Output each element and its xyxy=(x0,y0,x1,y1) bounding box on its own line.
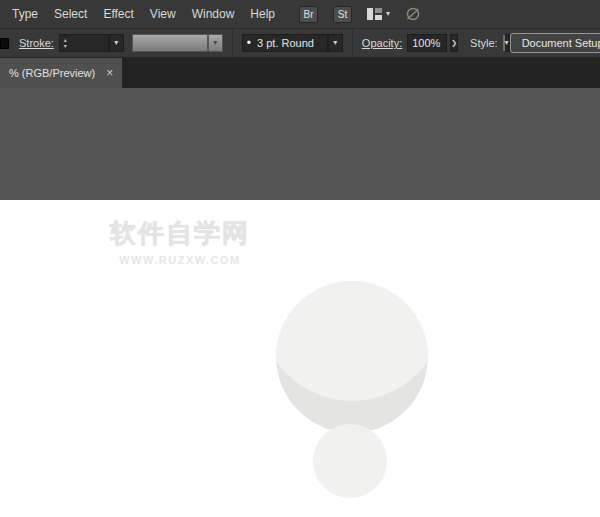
artwork-layer xyxy=(0,200,600,517)
large-circle-highlight xyxy=(260,217,444,401)
divider xyxy=(352,29,353,57)
opacity-expand-button[interactable] xyxy=(450,34,458,52)
width-profile-dropdown[interactable] xyxy=(208,34,223,52)
width-profile-combo[interactable] xyxy=(132,34,223,52)
small-circle-shape[interactable] xyxy=(313,424,387,498)
workspace-switcher-button[interactable] xyxy=(367,8,390,20)
chevron-down-icon xyxy=(114,39,118,47)
brush-name: 3 pt. Round xyxy=(257,37,314,49)
chevron-down-icon xyxy=(213,39,217,47)
menu-effect[interactable]: Effect xyxy=(95,5,141,23)
menu-select[interactable]: Select xyxy=(46,5,95,23)
illustrator-window: Type Select Effect View Window Help Br S… xyxy=(0,0,600,517)
menu-view[interactable]: View xyxy=(142,5,184,23)
document-setup-button[interactable]: Document Setup xyxy=(510,33,600,53)
menu-bar: Type Select Effect View Window Help Br S… xyxy=(0,0,600,28)
large-circle-shape[interactable] xyxy=(260,217,444,433)
stroke-label[interactable]: Stroke: xyxy=(19,37,54,49)
menu-help[interactable]: Help xyxy=(242,5,283,23)
menu-window[interactable]: Window xyxy=(184,5,243,23)
opacity-label[interactable]: Opacity: xyxy=(362,37,402,49)
document-tab-bar: % (RGB/Preview) × xyxy=(0,58,600,88)
menu-type[interactable]: Type xyxy=(4,5,46,23)
stock-button[interactable]: St xyxy=(333,6,352,23)
brush-dot-icon xyxy=(247,37,251,49)
brush-dropdown[interactable] xyxy=(328,34,343,52)
document-tab-label: % (RGB/Preview) xyxy=(9,67,95,79)
chevron-down-icon xyxy=(505,39,509,47)
divider xyxy=(232,29,233,57)
document-tab[interactable]: % (RGB/Preview) × xyxy=(0,58,122,88)
graphic-style-dropdown[interactable] xyxy=(505,34,510,52)
style-label: Style: xyxy=(470,37,498,49)
workspace-grid-icon xyxy=(367,8,382,20)
chevron-down-icon xyxy=(333,39,337,47)
opacity-value[interactable]: 100% xyxy=(407,34,447,52)
artboard: 软件自学网 WWW.RUZXW.COM xyxy=(0,200,600,517)
canvas-pasteboard: 软件自学网 WWW.RUZXW.COM xyxy=(0,88,600,517)
stroke-weight-stepper[interactable] xyxy=(64,38,67,49)
fill-color-swatch[interactable] xyxy=(0,38,9,49)
bridge-button[interactable]: Br xyxy=(299,6,318,23)
close-icon[interactable]: × xyxy=(106,67,113,79)
app-bar-icons: Br St xyxy=(299,6,421,23)
stroke-weight-dropdown[interactable] xyxy=(109,34,124,52)
share-disabled-icon[interactable] xyxy=(405,7,421,21)
control-bar: Stroke: 3 pt. Round Opacity: 100% Style: xyxy=(0,28,600,58)
opacity-field[interactable]: 100% xyxy=(407,34,447,52)
chevron-down-icon xyxy=(386,10,390,18)
brush-combo[interactable]: 3 pt. Round xyxy=(242,34,343,52)
stroke-weight-combo[interactable] xyxy=(59,34,124,52)
